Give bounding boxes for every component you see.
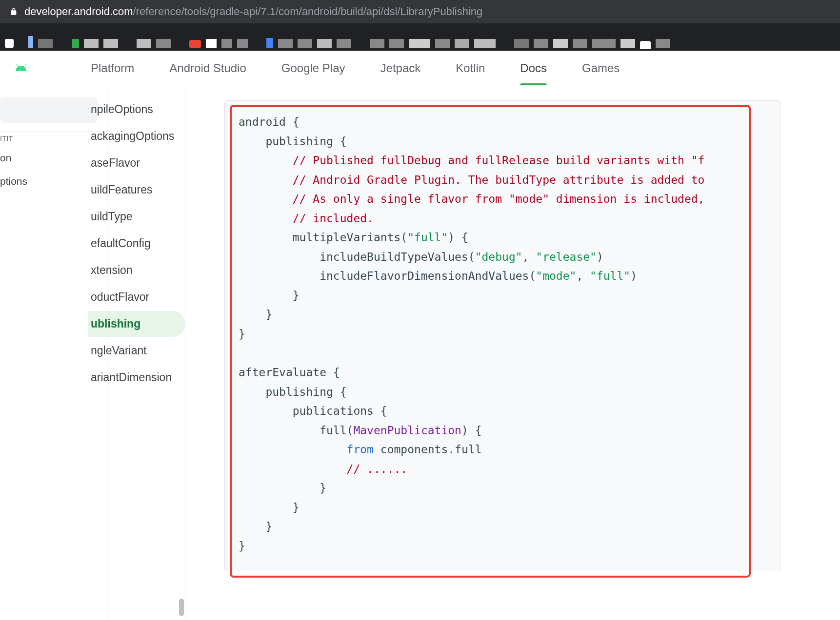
lock-icon	[10, 7, 18, 16]
tab-block[interactable]	[409, 39, 430, 48]
browser-address-bar[interactable]: developer.android.com/reference/tools/gr…	[0, 0, 840, 23]
sidebar-item[interactable]: oductFlavor	[88, 284, 185, 310]
nav-item-games[interactable]: Games	[582, 53, 620, 84]
nav-item-android-studio[interactable]: Android Studio	[169, 53, 246, 84]
sidebar-item[interactable]: ackagingOptions	[88, 123, 185, 149]
sidebar-item[interactable]: uildType	[88, 204, 185, 230]
scrollbar-thumb[interactable]	[179, 599, 184, 616]
tab-favicon[interactable]	[28, 36, 33, 48]
sidebar-item[interactable]: efaultConfig	[88, 231, 185, 256]
tab-block[interactable]	[514, 39, 529, 48]
tab-block[interactable]	[103, 39, 118, 48]
tab-block[interactable]	[592, 39, 616, 48]
main-content: android { publishing { // Published full…	[185, 86, 840, 620]
code-block[interactable]: android { publishing { // Published full…	[224, 100, 780, 571]
tab-block[interactable]	[474, 39, 496, 48]
tab-block[interactable]	[370, 39, 384, 48]
top-navigation: PlatformAndroid StudioGoogle PlayJetpack…	[0, 51, 840, 86]
sidebar-item[interactable]: xtension	[88, 257, 185, 283]
nav-item-platform[interactable]: Platform	[91, 53, 134, 84]
tab-block[interactable]	[656, 39, 670, 48]
sidebar-item[interactable]: uildFeatures	[88, 177, 185, 203]
tab-block[interactable]	[278, 39, 293, 48]
tab-favicon[interactable]	[266, 38, 273, 48]
tab-block[interactable]	[221, 39, 232, 48]
sidebar-item[interactable]: ublishing	[88, 311, 185, 337]
browser-tabs-bar	[0, 23, 840, 51]
tab-block[interactable]	[206, 39, 217, 48]
sidebar-item[interactable]: npileOptions	[88, 97, 185, 122]
tab-block[interactable]	[38, 39, 53, 48]
nav-item-jetpack[interactable]: Jetpack	[380, 53, 421, 84]
url-domain: developer.android.com	[24, 5, 133, 18]
nav-item-google-play[interactable]: Google Play	[281, 53, 345, 84]
nav-item-kotlin[interactable]: Kotlin	[456, 53, 485, 84]
tab-block[interactable]	[237, 39, 248, 48]
sidebar-item[interactable]: ngleVariant	[88, 338, 185, 364]
tab-block[interactable]	[455, 39, 469, 48]
tab-block[interactable]	[640, 41, 651, 49]
sidebar-nav: npileOptionsackagingOptionsaseFlavoruild…	[107, 86, 185, 620]
code-text: android { publishing { // Published full…	[225, 101, 780, 571]
tab-block[interactable]	[435, 39, 450, 48]
tab-favicon[interactable]	[5, 39, 14, 48]
nav-item-docs[interactable]: Docs	[520, 53, 547, 84]
sidebar-item[interactable]: ariantDimension	[88, 365, 185, 390]
tab-block[interactable]	[620, 39, 635, 48]
url-path: /reference/tools/gradle-api/7.1/com/andr…	[133, 5, 483, 18]
tab-block[interactable]	[337, 39, 351, 48]
url-text: developer.android.com/reference/tools/gr…	[24, 5, 482, 18]
content-area: ITIT on ptions npileOptionsackagingOptio…	[0, 86, 840, 620]
android-logo-icon[interactable]	[10, 61, 32, 75]
sidebar-item[interactable]: aseFlavor	[88, 150, 185, 176]
tab-block[interactable]	[137, 39, 151, 48]
tab-block[interactable]	[317, 39, 332, 48]
filter-input[interactable]	[0, 97, 98, 123]
tab-favicon[interactable]	[72, 39, 79, 48]
tab-block[interactable]	[553, 39, 568, 48]
tab-block[interactable]	[298, 39, 312, 48]
tab-favicon[interactable]	[189, 40, 201, 48]
tab-block[interactable]	[156, 39, 171, 48]
tab-block[interactable]	[534, 39, 548, 48]
tab-block[interactable]	[573, 39, 587, 48]
tab-block[interactable]	[389, 39, 404, 48]
tab-block[interactable]	[84, 39, 99, 48]
